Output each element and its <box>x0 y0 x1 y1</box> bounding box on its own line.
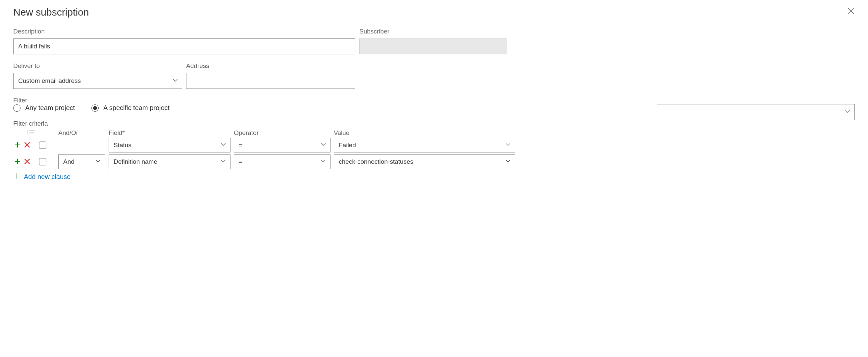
radio-specific-project[interactable]: A specific team project <box>91 104 169 112</box>
row-checkbox[interactable] <box>39 142 46 149</box>
field-select[interactable]: Definition name <box>108 154 230 169</box>
criteria-row: And Definition name = check-connection-s… <box>13 154 855 169</box>
radio-any-project[interactable]: Any team project <box>13 104 75 112</box>
add-row-button[interactable] <box>13 157 22 167</box>
chevron-down-icon <box>320 158 326 166</box>
field-value: Definition name <box>114 158 157 166</box>
add-row-button[interactable] <box>13 141 22 150</box>
criteria-table: And/Or Field* Operator Value <box>13 129 855 181</box>
chevron-down-icon <box>505 158 511 166</box>
andor-value: And <box>63 158 74 166</box>
radio-icon <box>91 105 99 112</box>
x-icon <box>24 142 30 149</box>
remove-row-button[interactable] <box>23 141 31 150</box>
plus-icon <box>14 141 21 149</box>
remove-row-button[interactable] <box>23 157 31 167</box>
address-label: Address <box>186 62 355 69</box>
value-value: Failed <box>339 142 356 149</box>
deliver-to-select[interactable]: Custom email address <box>13 73 182 89</box>
plus-icon <box>13 172 21 181</box>
group-icon <box>27 129 34 137</box>
radio-any-label: Any team project <box>25 104 75 112</box>
close-button[interactable] <box>847 7 855 15</box>
field-select[interactable]: Status <box>108 138 230 152</box>
deliver-to-value: Custom email address <box>18 77 81 85</box>
criteria-row: Status = Failed <box>13 138 855 152</box>
address-input[interactable] <box>186 73 355 89</box>
row-checkbox[interactable] <box>39 158 46 166</box>
page-title: New subscription <box>13 7 855 18</box>
description-input[interactable] <box>13 38 355 54</box>
filter-label: Filter <box>13 97 27 104</box>
operator-select[interactable]: = <box>234 154 331 169</box>
operator-value: = <box>239 142 242 149</box>
operator-select[interactable]: = <box>234 138 331 152</box>
chevron-down-icon <box>320 142 326 149</box>
x-icon <box>24 158 30 166</box>
value-select[interactable]: Failed <box>334 138 515 152</box>
andor-select[interactable]: And <box>58 154 105 169</box>
chevron-down-icon <box>505 142 511 149</box>
header-operator: Operator <box>234 129 331 137</box>
radio-icon <box>13 105 21 112</box>
subscriber-label: Subscriber <box>359 28 507 35</box>
description-label: Description <box>13 28 355 35</box>
operator-value: = <box>239 158 242 166</box>
chevron-down-icon <box>220 142 226 149</box>
radio-specific-label: A specific team project <box>103 104 169 112</box>
deliver-to-label: Deliver to <box>13 62 182 69</box>
field-value: Status <box>114 142 131 149</box>
project-select[interactable] <box>657 104 855 120</box>
close-icon <box>847 8 854 15</box>
criteria-label: Filter criteria <box>13 120 48 127</box>
add-clause-label: Add new clause <box>24 173 70 181</box>
value-select[interactable]: check-connection-statuses <box>334 154 515 169</box>
chevron-down-icon <box>95 158 101 166</box>
add-clause-button[interactable]: Add new clause <box>13 172 855 181</box>
subscriber-input <box>359 38 507 54</box>
header-value: Value <box>334 129 515 137</box>
chevron-down-icon <box>220 158 226 166</box>
header-field: Field* <box>108 129 230 137</box>
header-andor: And/Or <box>58 129 105 137</box>
plus-icon <box>14 158 21 166</box>
value-value: check-connection-statuses <box>339 158 413 166</box>
